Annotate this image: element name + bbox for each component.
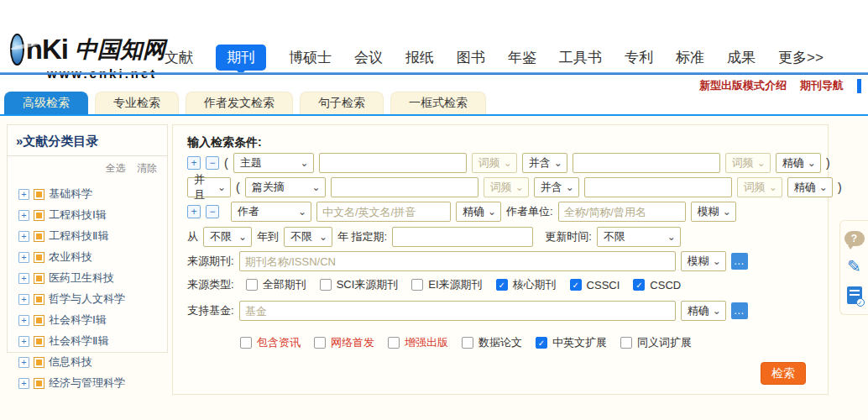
author-unit-input[interactable] [558, 202, 686, 222]
source-journal-input[interactable] [239, 251, 676, 271]
source-type-checkbox[interactable]: ✓ [246, 279, 258, 291]
category-checkbox[interactable] [34, 336, 44, 347]
category-checkbox[interactable] [34, 231, 44, 242]
search-button[interactable]: 检索 [761, 362, 806, 385]
tab-sentence-search[interactable]: 句子检索 [300, 92, 384, 114]
category-item[interactable]: +农业科技 [18, 249, 167, 265]
journal-picker-button[interactable]: … [731, 253, 748, 270]
search-term-input-2a[interactable] [331, 177, 478, 197]
nav-item-yearbook[interactable]: 年鉴 [508, 48, 536, 67]
tab-advanced-search[interactable]: 高级检索 [4, 92, 88, 114]
source-type-checkbox[interactable]: ✓ [411, 279, 423, 291]
match-mode-select[interactable]: 精确⌄ [681, 301, 726, 321]
logic-operator-select[interactable]: 并且⌄ [187, 177, 231, 197]
category-checkbox[interactable] [34, 378, 44, 389]
category-item[interactable]: +基础科学 [18, 186, 167, 202]
expand-icon[interactable]: + [18, 378, 29, 389]
option-checkbox[interactable]: ✓ [314, 337, 326, 349]
category-checkbox[interactable] [34, 273, 44, 284]
option-checkbox[interactable]: ✓ [620, 337, 632, 349]
nav-item-more[interactable]: 更多>> [778, 48, 824, 67]
category-item[interactable]: +工程科技Ⅰ辑 [18, 207, 167, 223]
category-item[interactable]: +医药卫生科技 [18, 270, 167, 286]
nav-item-literature[interactable]: 文献 [165, 48, 193, 67]
category-item[interactable]: +工程科技Ⅱ辑 [18, 228, 167, 244]
word-frequency-select[interactable]: 词频⌄ [737, 177, 782, 197]
nav-item-patent[interactable]: 专利 [625, 48, 653, 67]
field-select-topic[interactable]: 主题⌄ [233, 153, 314, 173]
source-type-checkbox[interactable]: ✓ [633, 279, 645, 291]
update-time-select[interactable]: 不限⌄ [597, 227, 681, 247]
option-checkbox[interactable]: ✓ [240, 337, 252, 349]
add-row-button[interactable]: + [187, 156, 201, 170]
option-checkbox[interactable]: ✓ [388, 337, 400, 349]
fund-input[interactable] [239, 301, 676, 321]
category-item[interactable]: +社会科学Ⅰ辑 [18, 312, 167, 328]
expand-icon[interactable]: + [18, 231, 29, 242]
select-all-link[interactable]: 全选 [106, 162, 126, 174]
expand-icon[interactable]: + [18, 294, 29, 305]
option-checkbox[interactable]: ✓ [462, 337, 473, 349]
search-term-input-1a[interactable] [319, 153, 467, 173]
expand-icon[interactable]: + [18, 273, 29, 284]
word-frequency-select[interactable]: 词频⌄ [472, 153, 517, 173]
expand-icon[interactable]: + [18, 315, 29, 326]
to-year-select[interactable]: 不限⌄ [284, 227, 332, 247]
category-item[interactable]: +社会科学Ⅱ辑 [18, 333, 167, 349]
search-term-input-2b[interactable] [584, 177, 732, 197]
remove-row-button[interactable]: − [206, 156, 219, 170]
field-select-abstract[interactable]: 篇关摘⌄ [245, 177, 326, 197]
expand-icon[interactable]: + [18, 336, 29, 347]
tab-author-search[interactable]: 作者发文检索 [186, 92, 293, 114]
match-mode-select[interactable]: 精确⌄ [787, 177, 833, 197]
add-row-button[interactable]: + [187, 205, 201, 218]
nav-item-achievement[interactable]: 成果 [727, 48, 756, 67]
category-checkbox[interactable] [34, 210, 44, 221]
field-select-author[interactable]: 作者⌄ [231, 202, 311, 222]
option-checkbox[interactable]: ✓ [536, 337, 547, 349]
nav-item-theses[interactable]: 博硕士 [289, 48, 332, 67]
match-mode-select[interactable]: 模糊⌄ [691, 202, 736, 222]
source-type-checkbox[interactable]: ✓ [570, 279, 582, 291]
word-frequency-select[interactable]: 词频⌄ [484, 177, 529, 197]
nav-item-books[interactable]: 图书 [457, 48, 485, 67]
remove-row-button[interactable]: − [206, 205, 219, 218]
match-mode-select[interactable]: 模糊⌄ [681, 251, 726, 271]
category-item[interactable]: +信息科技 [18, 354, 167, 370]
nav-item-newspaper[interactable]: 报纸 [405, 48, 434, 67]
search-term-input-1b[interactable] [573, 153, 720, 173]
issue-input[interactable] [392, 227, 533, 247]
category-item[interactable]: +经济与管理科学 [18, 375, 167, 391]
tab-professional-search[interactable]: 专业检索 [95, 92, 179, 114]
category-checkbox[interactable] [34, 252, 44, 263]
source-type-checkbox[interactable]: ✓ [320, 279, 332, 291]
expand-icon[interactable]: + [18, 252, 29, 263]
nav-item-standard[interactable]: 标准 [676, 48, 704, 67]
match-mode-select[interactable]: 精确⌄ [456, 202, 501, 222]
contain-operator-select[interactable]: 并含⌄ [534, 177, 579, 197]
survey-icon[interactable]: ✓ [847, 286, 862, 304]
help-icon[interactable]: ? [844, 231, 865, 246]
word-frequency-select[interactable]: 词频⌄ [725, 153, 771, 173]
publish-mode-link[interactable]: 新型出版模式介绍 [699, 78, 787, 93]
journal-navigation-link[interactable]: 期刊导航 [800, 78, 844, 93]
category-item[interactable]: +哲学与人文科学 [18, 291, 167, 307]
clear-link[interactable]: 清除 [137, 162, 157, 174]
tab-onebox-search[interactable]: 一框式检索 [390, 92, 486, 114]
category-checkbox[interactable] [34, 294, 44, 305]
contain-operator-select[interactable]: 并含⌄ [522, 153, 567, 173]
fund-picker-button[interactable]: … [731, 302, 748, 319]
category-checkbox[interactable] [34, 189, 44, 200]
nav-item-conference[interactable]: 会议 [354, 48, 383, 67]
nav-item-reference[interactable]: 工具书 [559, 48, 602, 67]
pencil-icon[interactable]: ✎ [847, 258, 861, 275]
category-checkbox[interactable] [34, 357, 44, 368]
source-type-checkbox[interactable]: ✓ [496, 279, 508, 291]
category-checkbox[interactable] [34, 315, 44, 326]
from-year-select[interactable]: 不限⌄ [203, 227, 252, 247]
match-mode-select[interactable]: 精确⌄ [776, 153, 821, 173]
expand-icon[interactable]: + [18, 210, 29, 221]
author-name-input[interactable] [316, 202, 451, 222]
expand-icon[interactable]: + [18, 189, 29, 200]
expand-icon[interactable]: + [18, 357, 29, 368]
